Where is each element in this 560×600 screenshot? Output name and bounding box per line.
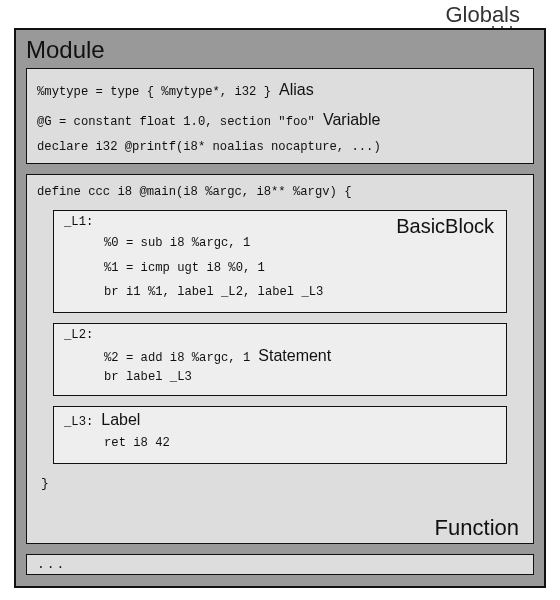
block-label-text: _L1: — [64, 215, 93, 229]
function-signature-code: define ccc i8 @main(i8 %argc, i8** %argv… — [37, 181, 352, 204]
decl-line-declare: declare i32 @printf(i8* noalias nocaptur… — [37, 136, 523, 159]
decl-code: @G = constant float 1.0, section "foo" — [37, 111, 315, 134]
stmt-row: %2 = add i8 %argc, 1 Statement — [64, 344, 496, 368]
variable-annotation: Variable — [323, 105, 381, 135]
ellipsis-text: ... — [37, 557, 66, 572]
basic-block-l2: _L2: %2 = add i8 %argc, 1 Statement br l… — [53, 323, 507, 395]
decl-code: declare i32 @printf(i8* noalias nocaptur… — [37, 136, 381, 159]
stmt: %2 = add i8 %argc, 1 — [104, 349, 250, 367]
block-label-text: _L2: — [64, 328, 93, 342]
function-signature: define ccc i8 @main(i8 %argc, i8** %argv… — [37, 181, 523, 204]
stmt: %1 = icmp ugt i8 %0, 1 — [64, 256, 496, 280]
stmt: br i1 %1, label _L2, label _L3 — [64, 280, 496, 304]
function-panel: define ccc i8 @main(i8 %argc, i8** %argv… — [26, 174, 534, 544]
ellipsis-panel: ... — [26, 554, 534, 575]
basic-block-l1: BasicBlock _L1: %0 = sub i8 %argc, 1 %1 … — [53, 210, 507, 313]
block-label: _L3: Label — [64, 411, 496, 429]
module-title: Module — [26, 36, 534, 64]
basic-block-l3: _L3: Label ret i8 42 — [53, 406, 507, 464]
decl-line-alias: %mytype = type { %mytype*, i32 } Alias — [37, 75, 523, 105]
alias-annotation: Alias — [279, 75, 314, 105]
module-container: Module %mytype = type { %mytype*, i32 } … — [14, 28, 546, 588]
label-annotation: Label — [101, 411, 140, 429]
function-annotation: Function — [435, 515, 519, 541]
decl-line-variable: @G = constant float 1.0, section "foo" V… — [37, 105, 523, 135]
function-close-brace: } — [37, 474, 523, 491]
stmt: ret i8 42 — [64, 431, 496, 455]
decl-code: %mytype = type { %mytype*, i32 } — [37, 81, 271, 104]
declarations-panel: %mytype = type { %mytype*, i32 } Alias @… — [26, 68, 534, 164]
stmt: br label _L3 — [64, 368, 496, 386]
basicblock-annotation: BasicBlock — [396, 215, 494, 238]
block-label: _L2: — [64, 328, 496, 342]
globals-label: Globals — [445, 2, 520, 28]
statement-annotation: Statement — [258, 344, 331, 368]
block-label-text: _L3: — [64, 415, 93, 429]
